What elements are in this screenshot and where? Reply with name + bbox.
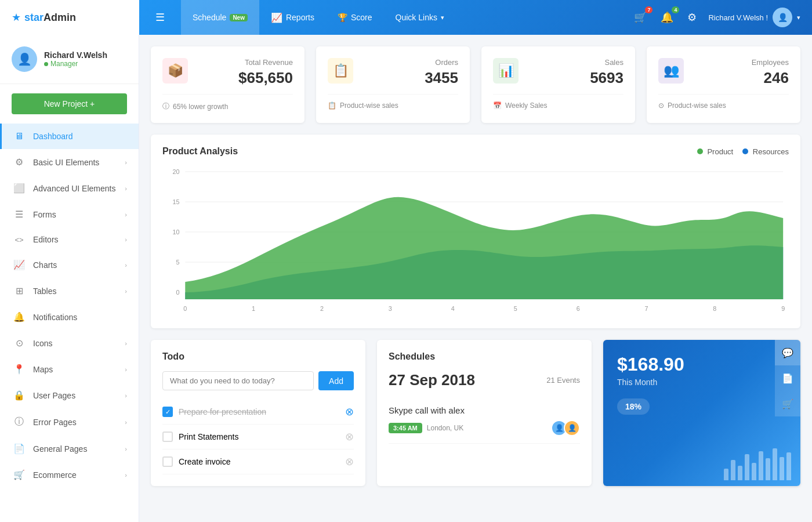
hamburger-button[interactable]: ☰ [151, 6, 169, 28]
cart-icon: 🛒 [634, 12, 647, 23]
cart-button[interactable]: 🛒 7 [632, 9, 649, 26]
sidebar-navigation: 🖥 Dashboard ⚙ Basic UI Elements › ⬜ Adva… [0, 124, 139, 488]
sidebar-item-user-pages[interactable]: 🔒 User Pages › [0, 382, 139, 408]
revenue-value: $65,650 [238, 69, 293, 87]
sidebar-item-tables[interactable]: ⊞ Tables › [0, 278, 139, 304]
nav-label-quicklinks: Quick Links [396, 13, 437, 22]
todo-panel: Todo Add ✓ Prepare for presentation ⊗ Pr… [151, 340, 365, 486]
employees-icon: 👥 [658, 58, 684, 84]
score-icon: 🏆 [338, 13, 347, 22]
settings-button[interactable]: ⚙ [685, 9, 699, 26]
username-label: Richard V.Welsh ! [708, 13, 768, 22]
orders-label: Orders [425, 58, 458, 67]
todo-checkbox-1[interactable]: ✓ [162, 407, 173, 417]
schedule-date: 27 Sep 2018 [389, 371, 475, 389]
cart-side-icon[interactable]: 🛒 [775, 391, 800, 416]
todo-item-2: Print Statements ⊗ [162, 425, 354, 449]
sidebar-label-ecommerce: Ecommerce [33, 470, 117, 480]
user-pages-icon: 🔒 [13, 390, 25, 401]
side-icon-buttons: 💬 📄 🛒 [775, 340, 800, 416]
sidebar-item-dashboard[interactable]: 🖥 Dashboard [0, 124, 139, 149]
todo-input-row: Add [162, 371, 354, 390]
stat-cards-row: 📦 Total Revenue $65,650 ⓘ 65% lower grow… [151, 46, 800, 123]
chevron-icon: › [125, 419, 127, 426]
schedules-title: Schedules [389, 351, 580, 362]
orders-footer: 📋 Product-wise sales [328, 94, 458, 110]
top-navigation: ☰ Schedule New 📈 Reports 🏆 Score Quick L… [139, 0, 812, 35]
todo-input[interactable] [162, 371, 314, 390]
sidebar-item-basic-ui[interactable]: ⚙ Basic UI Elements › [0, 149, 139, 175]
nav-item-reports[interactable]: 📈 Reports [259, 0, 326, 35]
advanced-ui-icon: ⬜ [13, 183, 25, 194]
bar-9 [780, 457, 784, 480]
chevron-icon: › [125, 211, 127, 218]
sidebar-label-user-pages: User Pages [33, 391, 117, 400]
nav-item-score[interactable]: 🏆 Score [326, 0, 384, 35]
monthly-stats-panel: $168.90 This Month 18% [603, 340, 800, 486]
resources-legend-dot [742, 148, 748, 154]
bar-4 [745, 454, 749, 480]
bar-3 [738, 466, 742, 480]
sidebar-item-editors[interactable]: <> Editors › [0, 227, 139, 252]
maps-icon: 📍 [13, 364, 25, 375]
chart-area: 20 15 10 5 0 0 1 2 3 4 5 6 [162, 166, 789, 317]
svg-text:5: 5 [176, 259, 179, 266]
todo-text-2: Print Statements [179, 432, 339, 441]
sidebar-item-notifications[interactable]: 🔔 Notifications [0, 304, 139, 330]
bar-10 [786, 452, 791, 480]
todo-add-button[interactable]: Add [318, 371, 354, 390]
todo-item-1: ✓ Prepare for presentation ⊗ [162, 400, 354, 425]
chat-side-icon[interactable]: 💬 [775, 340, 800, 365]
todo-checkbox-2[interactable] [162, 432, 173, 442]
svg-text:1: 1 [252, 305, 255, 312]
bar-1 [724, 469, 728, 480]
sidebar-item-charts[interactable]: 📈 Charts › [0, 252, 139, 278]
svg-text:20: 20 [172, 168, 179, 175]
sidebar-item-advanced-ui[interactable]: ⬜ Advanced UI Elements › [0, 175, 139, 201]
todo-checkbox-3[interactable] [162, 456, 173, 467]
sidebar-item-general-pages[interactable]: 📄 General Pages › [0, 436, 139, 462]
settings-icon: ⚙ [687, 12, 697, 23]
nav-label-schedule: Schedule [193, 13, 226, 22]
user-profile-button[interactable]: Richard V.Welsh ! 👤 ▾ [708, 8, 800, 27]
svg-text:9: 9 [781, 305, 785, 312]
todo-delete-2[interactable]: ⊗ [345, 430, 354, 443]
topnav-right-section: 🛒 7 🔔 4 ⚙ Richard V.Welsh ! 👤 ▾ [632, 8, 800, 27]
notification-button[interactable]: 🔔 4 [658, 9, 676, 26]
product-analysis-panel: Product Analysis Product Resources [151, 135, 800, 328]
sidebar-label-basic-ui: Basic UI Elements [33, 158, 117, 167]
todo-title: Todo [162, 351, 354, 362]
revenue-footer-icon: ⓘ [162, 102, 169, 111]
document-side-icon[interactable]: 📄 [775, 365, 800, 391]
todo-delete-1[interactable]: ⊗ [345, 405, 354, 418]
sidebar-label-tables: Tables [33, 287, 117, 296]
sidebar-avatar: 👤 [12, 46, 37, 72]
sidebar-item-error-pages[interactable]: ⓘ Error Pages › [0, 408, 139, 436]
nav-item-schedule[interactable]: Schedule New [181, 0, 259, 35]
employees-footer-icon: ⊙ [658, 102, 664, 110]
sidebar-item-maps[interactable]: 📍 Maps › [0, 356, 139, 382]
reports-icon: 📈 [271, 12, 282, 23]
stat-card-revenue: 📦 Total Revenue $65,650 ⓘ 65% lower grow… [151, 46, 304, 123]
schedule-item-title-1: Skype call with alex [389, 405, 580, 415]
revenue-icon: 📦 [162, 58, 188, 84]
cart-badge: 7 [645, 6, 652, 13]
sidebar-label-icons: Icons [33, 339, 117, 348]
sidebar-item-icons[interactable]: ⊙ Icons › [0, 330, 139, 356]
todo-delete-3[interactable]: ⊗ [345, 455, 354, 468]
chevron-icon: › [125, 445, 127, 452]
revenue-footer: ⓘ 65% lower growth [162, 94, 293, 111]
events-count: 21 Events [546, 376, 580, 385]
sidebar-label-error-pages: Error Pages [33, 418, 117, 427]
svg-text:6: 6 [577, 305, 580, 312]
forms-icon: ☰ [13, 209, 25, 220]
new-project-button[interactable]: New Project + [12, 93, 127, 114]
sidebar-label-advanced-ui: Advanced UI Elements [33, 184, 117, 193]
nav-item-quicklinks[interactable]: Quick Links ▾ [384, 0, 456, 35]
orders-value: 3455 [425, 69, 458, 87]
schedule-time-badge-1: 3:45 AM [389, 423, 422, 433]
sidebar-item-forms[interactable]: ☰ Forms › [0, 201, 139, 227]
nav-label-score: Score [351, 13, 372, 22]
sidebar-item-ecommerce[interactable]: 🛒 Ecommerce › [0, 462, 139, 488]
chevron-icon: › [125, 340, 127, 347]
